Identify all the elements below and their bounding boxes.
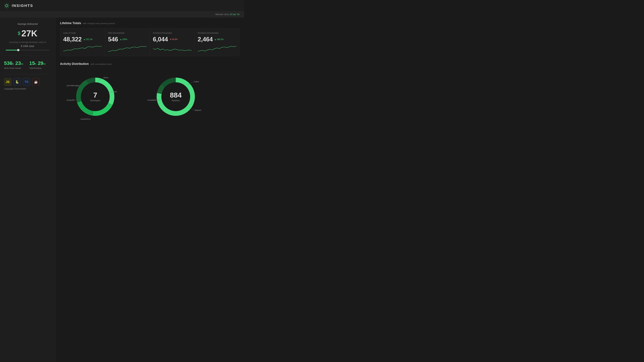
sparkline-fd <box>198 45 236 52</box>
salary-slider[interactable] <box>6 50 50 50</box>
sparkline-files <box>108 45 146 52</box>
pipelines-label: Pipelines <box>170 99 182 102</box>
salary-value: $ 100K /year <box>4 45 51 47</box>
insights-icon <box>4 3 10 8</box>
metric-lines-of-code: Lines of Code 48,322 ▲ 252.2% <box>60 28 105 56</box>
pipelines-donut-area: 884 Pipelines Completed Failed <box>147 72 204 121</box>
metric-name-loc: Lines of Code <box>63 32 102 34</box>
work-hours-value: 536h 23m <box>4 60 26 66</box>
metric-change-fp: ▼ 99.8% <box>170 38 178 40</box>
developers-label: Developers <box>90 99 100 102</box>
metric-value-row-loc: 48,322 ▲ 252.2% <box>63 36 102 43</box>
slider-track <box>6 50 18 50</box>
activity-distribution-section: Activity Distribution with cumulatives i… <box>60 62 240 124</box>
metric-name-fd: Functions Documented <box>198 32 236 34</box>
svg-line-8 <box>8 4 8 4</box>
metric-val-fd: 2,464 <box>198 36 213 43</box>
metric-value-row-files: 546 ▲ 100% <box>108 36 146 43</box>
main-layout: Savings Delivered $ 27K assuming an aver… <box>0 17 244 362</box>
activity-subtitle: with cumulatives inset <box>90 63 112 65</box>
activity-title: Activity Distribution <box>60 62 89 66</box>
activity-header: Activity Distribution with cumulatives i… <box>60 62 240 66</box>
app-header: INSIGHTS <box>0 0 244 11</box>
metric-value-row-fd: 2,464 ▲ 396.5% <box>198 36 236 43</box>
metric-files-documented: Files Documented 546 ▲ 100% <box>105 28 150 56</box>
runtime-value: 15h 29m <box>29 60 51 66</box>
pipelines-count: 884 <box>170 92 182 99</box>
lang-icons: JS 🐍 TS ☕ <box>4 78 51 86</box>
main-content: Lifetime Totals with change over previou… <box>55 17 244 362</box>
developers-center: 7 Developers <box>90 92 100 102</box>
metric-name-fp: Functions Processed <box>153 32 192 34</box>
runtime-label: Total Runtime <box>29 67 51 69</box>
metric-change-files: ▲ 100% <box>120 38 127 40</box>
savings-amount: $ 27K <box>4 28 51 38</box>
metric-functions-documented: Functions Documented 2,464 ▲ 396.5% <box>195 28 239 56</box>
runtime-item: 15h 29m Total Runtime <box>29 60 51 69</box>
savings-title: Savings Delivered <box>4 22 51 25</box>
sparkline-loc <box>63 45 102 52</box>
time-section: 536h 23m Work Hours Saved 15h 29m Total … <box>4 56 51 74</box>
member-bar: Member since 23 Apr '24 <box>0 11 244 17</box>
savings-currency: $ <box>18 31 20 36</box>
lifetime-totals-subtitle: with change over previous period <box>83 22 115 25</box>
languages-label: Languages Documented <box>4 88 51 90</box>
svg-point-0 <box>6 4 8 7</box>
metric-val-loc: 48,322 <box>63 36 82 43</box>
developers-donut-wrapper: 7 Developers others pyronlaboratory <box>67 72 124 121</box>
metric-change-loc: ▲ 252.2% <box>83 38 92 40</box>
member-since-date: 23 Apr '24 <box>230 13 240 15</box>
js-icon: JS <box>4 78 12 86</box>
work-hours-label: Work Hours Saved <box>4 67 26 69</box>
metric-change-fd: ▲ 396.5% <box>214 38 224 40</box>
metric-name-files: Files Documented <box>108 32 146 34</box>
svg-line-3 <box>5 4 5 4</box>
savings-section: Savings Delivered $ 27K assuming an aver… <box>4 22 51 56</box>
developers-donut-area: 7 Developers others pyronlaboratory <box>67 72 124 121</box>
donut-container: 7 Developers others pyronlaboratory <box>60 69 240 124</box>
metric-val-fp: 6,044 <box>153 36 168 43</box>
pipelines-center: 884 Pipelines <box>170 92 182 102</box>
lifetime-totals-header: Lifetime Totals with change over previou… <box>60 21 240 25</box>
metrics-grid: Lines of Code 48,322 ▲ 252.2% Files Docu… <box>60 28 240 56</box>
svg-line-4 <box>8 7 8 7</box>
developers-count: 7 <box>90 92 100 99</box>
member-since-label: Member since <box>216 13 229 15</box>
sparkline-fp <box>153 45 192 52</box>
sidebar: Savings Delivered $ 27K assuming an aver… <box>0 17 55 362</box>
pipelines-donut-wrapper: 884 Pipelines Completed Failed <box>147 72 204 121</box>
salary-note: assuming an average developer salary of <box>4 41 51 43</box>
metric-val-files: 546 <box>108 36 118 43</box>
ts-icon: TS <box>23 78 30 86</box>
metric-functions-processed: Functions Processed 6,044 ▼ 99.8% <box>150 28 194 56</box>
python-icon: 🐍 <box>14 78 21 86</box>
savings-value: 27K <box>22 28 38 38</box>
svg-line-7 <box>5 7 5 7</box>
lifetime-totals-title: Lifetime Totals <box>60 21 81 25</box>
page-title: INSIGHTS <box>12 3 33 8</box>
work-hours-item: 536h 23m Work Hours Saved <box>4 60 26 69</box>
slider-thumb <box>17 49 20 51</box>
languages-section: JS 🐍 TS ☕ Languages Documented <box>4 74 51 90</box>
java-icon: ☕ <box>32 78 40 86</box>
metric-value-row-fp: 6,044 ▼ 99.8% <box>153 36 192 43</box>
